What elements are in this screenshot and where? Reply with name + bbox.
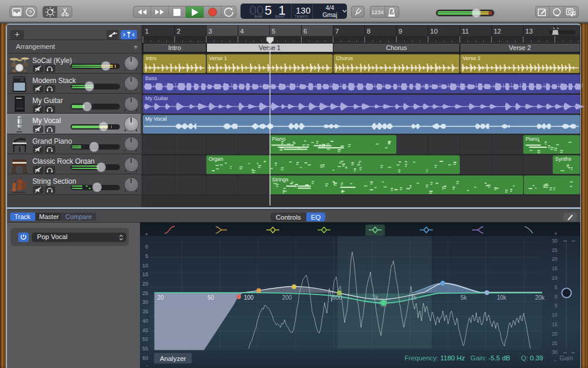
svg-text:30: 30: [552, 238, 558, 244]
svg-text:2k: 2k: [410, 294, 417, 301]
svg-text:Gain: -5.5 dB: Gain: -5.5 dB: [470, 354, 510, 362]
svg-text:-: -: [554, 357, 556, 363]
svg-text:20: 20: [552, 331, 558, 337]
svg-text:20: 20: [552, 256, 558, 262]
svg-text:15: 15: [552, 266, 558, 271]
svg-text:15: 15: [552, 321, 558, 327]
svg-text:20: 20: [157, 294, 164, 301]
svg-text:20k: 20k: [535, 294, 545, 301]
svg-text:10: 10: [142, 263, 148, 268]
svg-text:1k: 1k: [372, 294, 379, 301]
svg-text:55: 55: [142, 346, 148, 352]
svg-text:10k: 10k: [497, 294, 507, 301]
svg-text:50: 50: [208, 294, 215, 301]
svg-text:0: 0: [554, 294, 557, 300]
svg-text:30: 30: [142, 299, 148, 305]
svg-text:5: 5: [554, 284, 557, 290]
svg-text:Gain: Gain: [559, 354, 573, 362]
svg-text:Q: 0.39: Q: 0.39: [521, 354, 543, 362]
svg-text:?: ?: [29, 9, 32, 15]
svg-text:45: 45: [142, 327, 148, 333]
svg-text:35: 35: [142, 309, 148, 314]
svg-text:20: 20: [142, 281, 148, 287]
svg-text:25: 25: [552, 340, 558, 346]
svg-text:25: 25: [142, 290, 148, 296]
svg-text:40: 40: [142, 318, 148, 324]
svg-text:5: 5: [554, 303, 557, 309]
svg-text:25: 25: [552, 247, 558, 253]
svg-text:10: 10: [552, 312, 558, 318]
svg-text:500: 500: [332, 294, 342, 301]
svg-text:5k: 5k: [460, 294, 467, 301]
svg-text:50: 50: [142, 336, 148, 342]
svg-text:15: 15: [142, 271, 148, 277]
svg-text:30: 30: [552, 349, 558, 355]
svg-text:60: 60: [142, 355, 148, 361]
svg-text:200: 200: [282, 294, 292, 301]
svg-text:+: +: [554, 230, 557, 237]
svg-text:100: 100: [244, 294, 254, 301]
svg-text:Frequency: 1180 Hz: Frequency: 1180 Hz: [405, 354, 465, 362]
svg-text:+: +: [145, 231, 148, 237]
svg-text:0: 0: [145, 244, 148, 250]
svg-text:5: 5: [145, 253, 148, 259]
svg-text:-: -: [146, 362, 148, 368]
svg-text:10: 10: [552, 275, 558, 281]
svg-text:Analyzer: Analyzer: [160, 355, 186, 362]
